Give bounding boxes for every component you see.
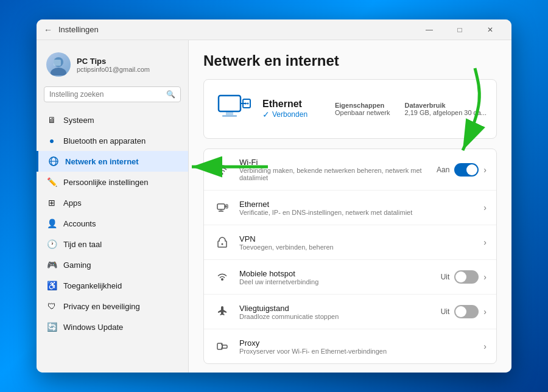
titlebar: ← Instellingen — □ ✕ [37, 19, 511, 40]
window-title: Instellingen [58, 25, 415, 34]
ethernet-meta: Eigenschappen Openbaar netwerk Dataverbr… [335, 102, 487, 116]
vpn-icon [214, 234, 231, 251]
wifi-toggle[interactable] [454, 163, 479, 177]
vpn-chevron: › [483, 237, 487, 247]
sidebar-item-label: Tijd en taal [63, 240, 102, 249]
sidebar-item-accounts[interactable]: 👤 Accounts [37, 213, 188, 234]
sidebar-item-label: Gaming [63, 261, 91, 270]
avatar [46, 52, 71, 77]
search-icon: 🔍 [166, 90, 175, 99]
sidebar-item-apps[interactable]: ⊞ Apps [37, 192, 188, 213]
vpn-row[interactable]: VPN Toevoegen, verbinden, beheren › [204, 225, 496, 260]
hotspot-text: Mobiele hotspot Deel uw internetverbindi… [239, 269, 432, 285]
apps-icon: ⊞ [46, 197, 57, 208]
close-button[interactable]: ✕ [476, 19, 504, 40]
svg-rect-7 [226, 111, 233, 115]
sidebar-item-privacy[interactable]: 🛡 Privacy en beveiliging [37, 296, 188, 317]
sidebar-item-label: Bluetooth en apparaten [63, 136, 146, 145]
user-email: pctipsinfo01@gmail.com [77, 66, 150, 73]
dataverbruik-label: Dataverbruik [404, 102, 487, 109]
wifi-row[interactable]: Wi-Fi Verbinding maken, bekende netwerke… [204, 149, 496, 191]
sidebar-item-tijd[interactable]: 🕐 Tijd en taal [37, 234, 188, 254]
back-button[interactable]: ← [44, 25, 52, 35]
dataverbruik-value: 2,19 GB, afgelopen 30 da... [404, 109, 487, 116]
svg-point-18 [222, 243, 223, 245]
sidebar-item-persoonlijk[interactable]: ✏️ Persoonlijke instellingen [37, 172, 188, 192]
wifi-icon [214, 161, 231, 178]
sidebar-item-gaming[interactable]: 🎮 Gaming [37, 254, 188, 275]
windows-update-icon: 🔄 [46, 321, 57, 332]
wifi-controls: Aan › [437, 163, 487, 177]
vpn-right: › [483, 237, 487, 247]
vliegtuig-controls: Uit › [441, 305, 487, 318]
ethernet-row-icon [214, 199, 231, 216]
hotspot-toggle[interactable] [454, 270, 479, 284]
wifi-title: Wi-Fi [239, 158, 428, 167]
wifi-text: Wi-Fi Verbinding maken, bekende netwerke… [239, 158, 428, 181]
sidebar-item-netwerk[interactable]: Netwerk en internet [37, 151, 188, 172]
maximize-button[interactable]: □ [446, 19, 474, 40]
ethernet-name: Ethernet [262, 99, 325, 110]
user-section[interactable]: PC Tips pctipsinfo01@gmail.com [37, 47, 188, 86]
systeem-icon: 🖥 [46, 114, 57, 125]
wifi-chevron: › [483, 165, 487, 175]
svg-rect-21 [222, 345, 227, 348]
ethernet-row-subtitle: Verificatie, IP- en DNS-instellingen, ne… [239, 209, 475, 216]
user-name: PC Tips [77, 57, 150, 66]
sidebar-item-label: Apps [63, 198, 82, 208]
vliegtuig-title: Vliegtuigstand [239, 304, 432, 313]
sidebar-item-label: Toegankelijkheid [63, 281, 122, 290]
vpn-title: VPN [239, 234, 475, 243]
netwerk-icon [48, 156, 59, 167]
sidebar-item-systeem[interactable]: 🖥 Systeem [37, 110, 188, 130]
proxy-right: › [483, 341, 487, 351]
ethernet-info: Ethernet ✓ Verbonden [262, 99, 325, 119]
sidebar-item-label: Accounts [63, 219, 96, 228]
ethernet-row-text: Ethernet Verificatie, IP- en DNS-instell… [239, 200, 475, 216]
ethernet-status: ✓ Verbonden [262, 110, 325, 119]
proxy-chevron: › [483, 341, 487, 351]
ethernet-row[interactable]: Ethernet Verificatie, IP- en DNS-instell… [204, 191, 496, 225]
dataverbruik-item: Dataverbruik 2,19 GB, afgelopen 30 da... [404, 102, 487, 116]
hotspot-toggle-label: Uit [441, 273, 450, 281]
sidebar-item-bluetooth[interactable]: ● Bluetooth en apparaten [37, 130, 188, 151]
sidebar-item-label: Windows Update [63, 323, 123, 332]
ethernet-row-right: › [483, 203, 487, 212]
svg-point-12 [247, 103, 249, 105]
sidebar-item-windows-update[interactable]: 🔄 Windows Update [37, 317, 188, 337]
settings-list: Wi-Fi Verbinding maken, bekende netwerke… [203, 149, 497, 364]
hotspot-title: Mobiele hotspot [239, 269, 432, 278]
search-box[interactable]: 🔍 [44, 86, 181, 102]
hotspot-row[interactable]: Mobiele hotspot Deel uw internetverbindi… [204, 260, 496, 295]
svg-point-1 [51, 68, 66, 75]
eigenschappen-item: Eigenschappen Openbaar netwerk [335, 102, 390, 116]
wifi-toggle-label: Aan [437, 166, 449, 174]
minimize-button[interactable]: — [415, 19, 443, 40]
proxy-icon [214, 338, 231, 355]
svg-rect-13 [217, 204, 225, 209]
proxy-row[interactable]: Proxy Proxyserver voor Wi-Fi- en Etherne… [204, 329, 496, 363]
proxy-text: Proxy Proxyserver voor Wi-Fi- en Etherne… [239, 338, 475, 355]
ethernet-chevron: › [483, 203, 487, 212]
vliegtuig-text: Vliegtuigstand Draadloze communicatie st… [239, 304, 432, 320]
sidebar-item-label: Persoonlijke instellingen [63, 178, 148, 187]
search-input[interactable] [49, 90, 163, 99]
settings-window: ← Instellingen — □ ✕ [37, 19, 511, 373]
vliegtuig-row[interactable]: Vliegtuigstand Draadloze communicatie st… [204, 295, 496, 329]
proxy-title: Proxy [239, 338, 475, 348]
toegankelijkheid-icon: ♿ [46, 280, 57, 291]
window-controls: — □ ✕ [415, 19, 504, 40]
proxy-subtitle: Proxyserver voor Wi-Fi- en Ethernet-verb… [239, 348, 475, 355]
sidebar: PC Tips pctipsinfo01@gmail.com 🔍 🖥 Syste… [37, 40, 189, 373]
vliegtuig-toggle-label: Uit [441, 307, 450, 316]
page-title: Netwerk en internet [203, 52, 497, 69]
vliegtuig-subtitle: Draadloze communicatie stoppen [239, 313, 432, 320]
sidebar-item-toegankelijkheid[interactable]: ♿ Toegankelijkheid [37, 275, 188, 296]
ethernet-card[interactable]: Ethernet ✓ Verbonden Eigenschappen Openb… [203, 79, 497, 139]
vliegtuig-toggle[interactable] [454, 305, 479, 318]
eigenschappen-value: Openbaar netwerk [335, 109, 390, 116]
gaming-icon: 🎮 [46, 259, 57, 270]
hotspot-icon [214, 268, 231, 285]
svg-rect-8 [222, 115, 237, 117]
vliegtuig-icon [214, 303, 231, 320]
